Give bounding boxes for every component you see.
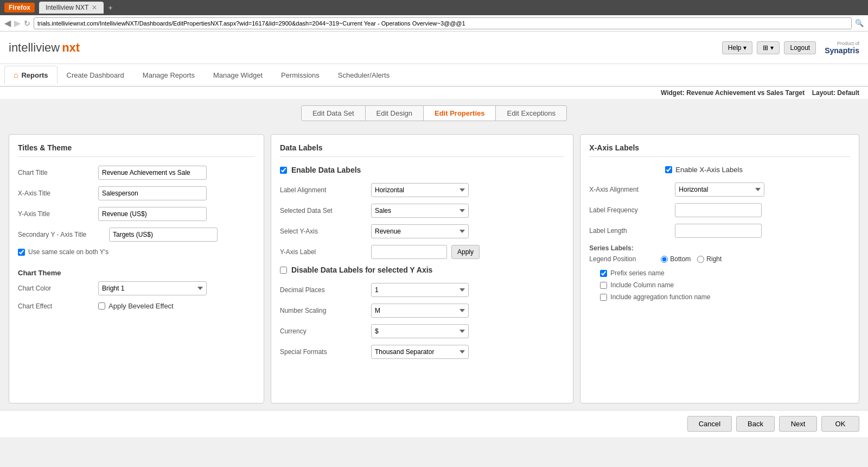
sub-tab-edit-exceptions[interactable]: Edit Exceptions bbox=[496, 105, 567, 121]
xaxis-title-row: X-Axis Title bbox=[18, 186, 255, 200]
nav-tab-reports[interactable]: ⌂ Reports bbox=[4, 66, 58, 84]
chart-color-label: Chart Color bbox=[18, 285, 94, 292]
select-yaxis-select[interactable]: Revenue Target bbox=[371, 224, 469, 238]
product-of-text: Product of bbox=[825, 41, 859, 46]
selected-data-set-row: Selected Data Set Sales Revenue Target bbox=[280, 204, 564, 218]
app-header: intelliview nxt Help ▾ ⊞ ▾ Logout Produc… bbox=[0, 31, 868, 64]
address-input[interactable] bbox=[34, 17, 852, 29]
help-button[interactable]: Help ▾ bbox=[722, 41, 753, 54]
sub-tab-edit-design[interactable]: Edit Design bbox=[366, 105, 424, 121]
same-scale-checkbox[interactable] bbox=[18, 249, 25, 256]
layout-value: Default bbox=[837, 89, 859, 97]
select-yaxis-row: Select Y-Axis Revenue Target bbox=[280, 224, 564, 238]
chart-title-input[interactable] bbox=[98, 166, 207, 180]
beveled-checkbox[interactable] bbox=[98, 302, 105, 310]
nav-tab-create-dashboard[interactable]: Create Dashboard bbox=[58, 66, 133, 84]
nav-tab-manage-reports-label: Manage Reports bbox=[143, 71, 195, 79]
nav-tab-scheduler-label: Scheduler/Alerts bbox=[338, 71, 390, 79]
number-scaling-row: Number Scaling K M B None bbox=[280, 304, 564, 318]
main-content: Titles & Theme Chart Title X-Axis Title … bbox=[0, 128, 868, 410]
include-aggregation-checkbox[interactable] bbox=[600, 294, 607, 301]
legend-right-label: Right bbox=[706, 255, 722, 263]
legend-right-option[interactable]: Right bbox=[697, 255, 722, 263]
include-column-label: Include Column name bbox=[610, 281, 674, 289]
include-column-row: Include Column name bbox=[600, 281, 850, 289]
secondary-yaxis-input[interactable] bbox=[109, 228, 218, 242]
xaxis-alignment-select[interactable]: Horizontal Vertical Diagonal bbox=[675, 182, 764, 197]
special-formats-select[interactable]: Thousand Separator None bbox=[371, 345, 469, 359]
footer: Cancel Back Next OK bbox=[0, 410, 868, 437]
cancel-button[interactable]: Cancel bbox=[687, 416, 732, 432]
widget-value: Revenue Achievement vs Sales Target bbox=[686, 89, 805, 97]
number-scaling-select[interactable]: K M B None bbox=[371, 304, 469, 318]
prefix-series-label: Prefix series name bbox=[610, 269, 664, 277]
forward-icon[interactable]: ▶ bbox=[14, 18, 21, 28]
currency-label: Currency bbox=[280, 327, 367, 335]
enable-data-labels-checkbox[interactable] bbox=[280, 167, 287, 174]
nav-tab-permissions[interactable]: Permissions bbox=[272, 66, 329, 84]
search-icon[interactable]: 🔍 bbox=[855, 19, 864, 27]
nav-tab-reports-label: Reports bbox=[21, 71, 48, 79]
new-tab-icon[interactable]: + bbox=[108, 3, 112, 12]
sub-tab-edit-properties[interactable]: Edit Properties bbox=[424, 105, 496, 121]
yaxis-label-row: Y-Axis Label Apply bbox=[280, 245, 564, 259]
legend-bottom-option[interactable]: Bottom bbox=[661, 255, 691, 263]
chart-color-row: Chart Color Bright 1 Bright 2 Dark 1 Dar… bbox=[18, 281, 255, 295]
special-formats-row: Special Formats Thousand Separator None bbox=[280, 345, 564, 359]
xaxis-title-input[interactable] bbox=[98, 186, 207, 200]
nav-tabs: ⌂ Reports Create Dashboard Manage Report… bbox=[0, 64, 868, 87]
label-alignment-row: Label Alignment Horizontal Vertical Diag… bbox=[280, 183, 564, 197]
label-length-label: Label Length bbox=[589, 227, 671, 235]
enable-xaxis-labels-checkbox[interactable] bbox=[665, 166, 672, 173]
same-scale-label: Use same scale on both Y's bbox=[28, 248, 108, 256]
chart-color-select[interactable]: Bright 1 Bright 2 Dark 1 Dark 2 Pastel 1 bbox=[98, 281, 207, 295]
yaxis-label-input[interactable] bbox=[371, 245, 447, 259]
widget-label: Widget: bbox=[661, 89, 685, 97]
include-column-checkbox[interactable] bbox=[600, 282, 607, 289]
back-button[interactable]: Back bbox=[736, 416, 775, 432]
currency-select[interactable]: $ € £ ¥ bbox=[371, 324, 469, 338]
nav-tab-manage-widget-label: Manage Widget bbox=[213, 71, 263, 79]
enable-data-labels-row: Enable Data Labels bbox=[280, 166, 564, 174]
selected-data-set-select[interactable]: Sales Revenue Target bbox=[371, 204, 469, 218]
beveled-label: Apply Beveled Effect bbox=[108, 302, 174, 310]
nav-tab-manage-reports[interactable]: Manage Reports bbox=[133, 66, 204, 84]
xaxis-labels-panel: X-Axis Labels Enable X-Axis Labels X-Axi… bbox=[580, 134, 859, 403]
decimal-places-select[interactable]: 0 1 2 3 bbox=[371, 283, 469, 297]
tab-title: Intelliview NXT bbox=[46, 4, 88, 11]
nav-tab-scheduler[interactable]: Scheduler/Alerts bbox=[329, 66, 399, 84]
next-button[interactable]: Next bbox=[779, 416, 817, 432]
legend-right-radio[interactable] bbox=[697, 256, 704, 263]
secondary-yaxis-row: Secondary Y - Axis Title bbox=[18, 228, 255, 242]
logo: intelliview nxt bbox=[9, 41, 80, 55]
yaxis-title-row: Y-Axis Title bbox=[18, 207, 255, 221]
legend-bottom-radio[interactable] bbox=[661, 256, 668, 263]
label-length-input[interactable] bbox=[675, 224, 762, 238]
titles-theme-title: Titles & Theme bbox=[18, 143, 255, 157]
nav-tab-manage-widget[interactable]: Manage Widget bbox=[204, 66, 272, 84]
yaxis-title-input[interactable] bbox=[98, 207, 207, 221]
close-tab-icon[interactable]: ✕ bbox=[92, 4, 97, 11]
chart-theme-section: Chart Theme bbox=[18, 269, 255, 277]
reload-icon[interactable]: ↻ bbox=[24, 19, 30, 28]
synaptris-text: Synaptris bbox=[825, 46, 859, 55]
logout-button[interactable]: Logout bbox=[784, 41, 816, 54]
apply-button[interactable]: Apply bbox=[451, 245, 480, 259]
prefix-series-checkbox[interactable] bbox=[600, 270, 607, 277]
back-icon[interactable]: ◀ bbox=[4, 18, 11, 28]
legend-position-label: Legend Position bbox=[589, 255, 654, 263]
include-aggregation-label: Include aggregation function name bbox=[610, 293, 710, 301]
disable-data-labels-label: Disable Data Labels for selected Y Axis bbox=[291, 266, 432, 274]
disable-data-labels-checkbox[interactable] bbox=[280, 267, 287, 274]
firefox-button[interactable]: Firefox bbox=[4, 3, 35, 12]
series-labels-title: Series Labels: bbox=[589, 244, 850, 252]
xaxis-labels-title: X-Axis Labels bbox=[589, 143, 850, 157]
legend-position-row: Legend Position Bottom Right bbox=[589, 255, 850, 263]
xaxis-title-label: X-Axis Title bbox=[18, 190, 94, 197]
ok-button[interactable]: OK bbox=[821, 416, 859, 432]
label-frequency-input[interactable] bbox=[675, 203, 762, 217]
browser-tab[interactable]: Intelliview NXT ✕ bbox=[39, 2, 104, 14]
grid-button[interactable]: ⊞ ▾ bbox=[757, 41, 780, 54]
label-alignment-select[interactable]: Horizontal Vertical Diagonal bbox=[371, 183, 469, 197]
sub-tab-edit-data-set[interactable]: Edit Data Set bbox=[301, 105, 366, 121]
